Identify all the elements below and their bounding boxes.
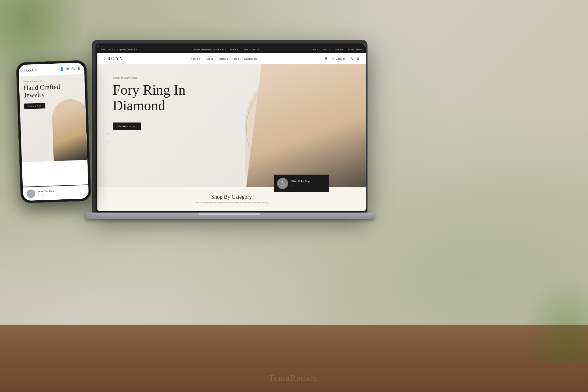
laptop-product-info: Silver Color Ring ♡ + (291, 180, 326, 187)
phone-hero-title: Hand Crafted Jewelry (24, 82, 81, 99)
laptop-scroll-indicators: ∧ — ∨ (107, 132, 109, 143)
laptop-topbar-shipping: FREE SHIPPING ON ALL U.S. ORDERS (194, 48, 238, 51)
scroll-lines-icon: — (107, 136, 109, 139)
scroll-down-icon[interactable]: ∨ (107, 140, 109, 143)
phone-bag-icon[interactable]: 🛍 (66, 67, 69, 70)
laptop-lang-selector[interactable]: EN ∨ (313, 48, 319, 51)
laptop-topbar: +381 2225 25 25 (9AM - 6PM EST) FREE SHI… (97, 45, 366, 53)
phone-search-icon[interactable]: 🔍 (72, 67, 75, 70)
laptop-topbar-center: FREE SHIPPING ON ALL U.S. ORDERS GIFT CA… (194, 48, 259, 51)
laptop-add-icon[interactable]: + (296, 184, 298, 187)
laptop-hinge (199, 213, 260, 215)
laptop-product-name: Silver Color Ring (291, 180, 326, 183)
laptop-subscribe-link[interactable]: SUBSCRIBE (348, 48, 362, 51)
phone-woman-image (51, 99, 87, 161)
laptop-base (86, 213, 374, 219)
laptop-screen: +381 2225 25 25 (9AM - 6PM EST) FREE SHI… (97, 45, 366, 211)
laptop-explore-button[interactable]: Explore Now (113, 123, 141, 130)
nav-link-pages[interactable]: Pages ∨ (218, 57, 228, 60)
phone-screen: UROAN 👤 🛍 🔍 ☰ Design by Andrew Holi Hand… (18, 62, 89, 201)
laptop-topbar-right: EN ∨ USD ∨ STORE SUBSCRIBE (313, 48, 362, 51)
laptop-logo[interactable]: UROAN (104, 56, 123, 61)
phone-ring-icon: 💍 (29, 192, 33, 195)
laptop-outer: +381 2225 25 25 (9AM - 6PM EST) FREE SHI… (92, 40, 368, 213)
phone-logo: UROAN (22, 68, 38, 72)
laptop-product-card: 💍 Silver Color Ring ♡ + (274, 175, 329, 192)
watermark: TemaRadarı. (269, 373, 319, 383)
laptop-nav-links: Home ∨ About Pages ∨ Blog Contact us (190, 57, 257, 60)
phone-product-info: Silver Color Ring ♡ + (38, 189, 85, 197)
laptop-hero: ∧ — ∨ Design by Andrew Holi Fory Ring In… (97, 64, 366, 211)
phone-user-icon[interactable]: 👤 (60, 67, 64, 71)
laptop-device: +381 2225 25 25 (9AM - 6PM EST) FREE SHI… (92, 40, 374, 219)
nav-link-about[interactable]: About (206, 57, 213, 60)
scroll-up-icon[interactable]: ∧ (107, 132, 109, 135)
phone-explore-button[interactable]: Explore Now (24, 103, 46, 109)
nav-link-home[interactable]: Home ∨ (190, 57, 201, 60)
nav-link-contact[interactable]: Contact us (244, 57, 257, 60)
phone-heart-icon[interactable]: ♡ (38, 194, 40, 197)
laptop-product-actions: ♡ + (291, 184, 326, 187)
phone-header-icons: 👤 🛍 🔍 ☰ (60, 67, 81, 71)
phone-product-name: Silver Color Ring (38, 189, 85, 193)
laptop-heart-icon[interactable]: ♡ (291, 184, 294, 187)
laptop-nav-icons: 👤 🛒 Cart ( 0 ) 🔍 ☰ (324, 57, 360, 60)
phone-product-actions: ♡ + (38, 192, 85, 197)
laptop-hero-left: ∧ — ∨ Design by Andrew Holi Fory Ring In… (97, 64, 245, 211)
laptop-bezel: +381 2225 25 25 (9AM - 6PM EST) FREE SHI… (96, 43, 364, 213)
laptop-currency-selector[interactable]: USD ∨ (323, 48, 331, 51)
laptop-designer-label: Design by Andrew Holi (113, 77, 245, 79)
phone-hero: Design by Andrew Holi Hand Crafted Jewel… (19, 74, 88, 162)
laptop-cart-icon[interactable]: 🛒 Cart ( 0 ) (331, 57, 346, 60)
phone-add-icon[interactable]: + (42, 194, 43, 196)
phone-ring-image: 💍 (27, 189, 36, 198)
laptop-hero-title: Fory Ring In Diamond (113, 82, 245, 113)
laptop-search-icon[interactable]: 🔍 (350, 57, 353, 60)
phone-product-card: 💍 Silver Color Ring ♡ + (23, 184, 89, 201)
phone-outer: UROAN 👤 🛍 🔍 ☰ Design by Andrew Holi Hand… (16, 60, 91, 203)
phone-menu-icon[interactable]: ☰ (78, 67, 81, 70)
laptop-topbar-gift: GIFT CARDS (244, 48, 259, 51)
phone-device: UROAN 👤 🛍 🔍 ☰ Design by Andrew Holi Hand… (18, 61, 89, 202)
laptop-ring-image: 💍 (277, 178, 288, 189)
laptop-store-link[interactable]: STORE (335, 48, 343, 51)
laptop-user-icon[interactable]: 👤 (324, 57, 328, 60)
laptop-menu-icon[interactable]: ☰ (357, 57, 360, 60)
laptop-topbar-phone: +381 2225 25 25 (9AM - 6PM EST) (101, 48, 140, 51)
laptop-ring-icon: 💍 (280, 181, 285, 186)
laptop-nav: UROAN Home ∨ About Pages ∨ Blog Contact … (97, 53, 366, 64)
nav-link-blog[interactable]: Blog (233, 57, 239, 60)
phone-designer-label: Design by Andrew Holi (23, 79, 80, 82)
